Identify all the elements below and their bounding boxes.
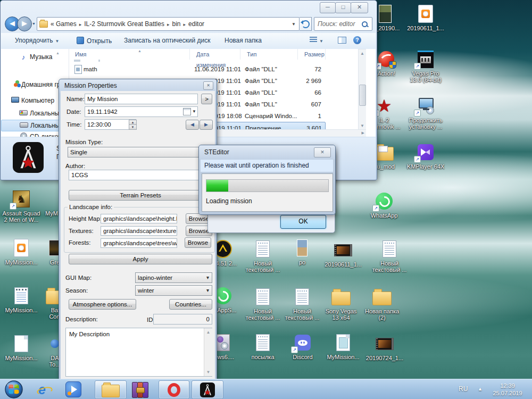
forests-field[interactable]: graphics\landscape\trees\w	[101, 238, 177, 248]
textfile-icon	[243, 239, 283, 259]
breadcrumb[interactable]: « Games▸IL-2 Sturmovik Great Battles▸bin…	[51, 20, 204, 28]
breadcrumb-segment[interactable]: editor	[188, 20, 204, 28]
sort-arrow-icon: ▲	[138, 49, 142, 53]
column-header[interactable]: Имя	[69, 49, 190, 60]
desktop-icon[interactable]: Новыйтекстовый ...	[243, 287, 283, 321]
burn-button[interactable]: Записать на оптический диск	[124, 37, 211, 44]
scroll-up-icon[interactable]: ▲	[204, 330, 212, 335]
breadcrumb-separator-icon[interactable]: ▸	[77, 22, 85, 27]
clock[interactable]: 12:39 25.07.2019	[487, 382, 528, 397]
breadcrumb-separator-icon[interactable]: ▸	[164, 22, 172, 27]
breadcrumb-segment[interactable]: IL-2 Sturmovik Great Battles	[84, 20, 164, 28]
desktop-icon[interactable]: посылка	[243, 333, 283, 360]
gui-map-combo[interactable]: lapino-winter	[135, 272, 212, 283]
description-textarea[interactable]: My Description	[65, 328, 212, 377]
desktop-icon[interactable]: WhatsApp	[364, 192, 404, 219]
desktop-icon[interactable]: Новыйтекстовый ...	[282, 287, 322, 321]
desktop-icon[interactable]: 20190724_1...	[364, 334, 405, 361]
search-icon[interactable]	[362, 21, 368, 27]
desktop-icon[interactable]: MyMission...	[323, 333, 363, 360]
desktop-icon[interactable]: po	[282, 238, 322, 265]
height-map-field[interactable]: graphics\landscape\height.h	[101, 214, 177, 223]
refresh-button[interactable]	[300, 17, 312, 31]
internet-explorer-icon[interactable]: e	[33, 381, 51, 397]
breadcrumb-segment[interactable]: bin	[172, 20, 181, 28]
desktop-icon[interactable]: Новая папка(2)	[362, 287, 402, 321]
desktop-icon[interactable]: Новыйтекстовый ...	[369, 239, 410, 273]
date-dropdown-icon[interactable]: ▼	[192, 109, 196, 114]
season-combo[interactable]: winter	[135, 285, 212, 296]
date-field[interactable]: 19.11.1942	[85, 106, 198, 117]
scroll-down-icon[interactable]: ▼	[359, 123, 366, 128]
preview-pane-button[interactable]	[338, 37, 346, 45]
textarea-scrollbar[interactable]: ▲ ▼	[204, 328, 212, 376]
terrain-presets-button[interactable]: Terrain Presets	[69, 190, 212, 201]
name-expand-button[interactable]: >	[201, 94, 212, 104]
time-next-button[interactable]: ▶	[200, 120, 213, 130]
column-header[interactable]: Размер	[298, 49, 326, 60]
desktop-icon[interactable]: Discord	[282, 333, 323, 360]
address-bar[interactable]: « Games▸IL-2 Sturmovik Great Battles▸bin…	[37, 17, 300, 31]
views-button[interactable]: ▼	[310, 37, 323, 44]
desktop-icon[interactable]: 20190611_1...	[405, 4, 446, 31]
textures-field[interactable]: graphics\landscape\texture	[101, 226, 177, 236]
breadcrumb-segment[interactable]: Games	[56, 20, 77, 28]
column-header[interactable]: Тип	[240, 49, 298, 60]
calendar-icon[interactable]	[183, 108, 191, 115]
scroll-up-icon[interactable]: ▲	[359, 51, 366, 56]
id-field[interactable]: 0	[153, 314, 212, 325]
minimize-button[interactable]: ─	[320, 2, 336, 13]
scroll-down-icon[interactable]: ▼	[204, 370, 212, 375]
breadcrumb-separator-icon[interactable]: ▸	[181, 22, 189, 27]
desktop-icon[interactable]: Vegas Pro13.0 (64-bit)	[405, 49, 446, 83]
countries-button[interactable]: Countries...	[169, 299, 212, 310]
sidebar-item-music-note[interactable]: Музыка	[1, 52, 69, 62]
desktop-icon[interactable]: Sony Vegas13 x64	[321, 287, 361, 321]
winrar-icon[interactable]	[130, 381, 150, 397]
opera-taskbar-button[interactable]	[159, 380, 189, 399]
desktop-icon[interactable]: Новыйтекстовый ...	[243, 239, 283, 273]
progress-panel: Loading mission	[202, 173, 333, 212]
show-hidden-icons-button[interactable]: ▲	[478, 386, 483, 392]
media-player-icon[interactable]	[64, 381, 83, 397]
language-indicator[interactable]: RU	[459, 385, 468, 393]
author-field[interactable]: 1CGS	[69, 170, 212, 180]
apply-button[interactable]: Apply	[69, 254, 212, 264]
close-button[interactable]: ✕	[351, 2, 368, 13]
history-dropdown-icon[interactable]: ▼	[32, 22, 36, 26]
search-box[interactable]: Поиск: editor	[314, 17, 372, 31]
address-dropdown-icon[interactable]: ▼	[292, 22, 296, 27]
name-field[interactable]: My Mission	[85, 94, 198, 104]
start-button[interactable]	[3, 379, 24, 399]
forests-browse-button[interactable]: Browse	[185, 237, 211, 248]
file-name: math	[84, 63, 97, 75]
close-icon[interactable]: ✕	[203, 81, 213, 90]
mission-type-combo[interactable]: Single	[68, 147, 212, 157]
atmosphere-options-button[interactable]: Atmosphere options...	[69, 299, 136, 310]
textfile-icon	[243, 333, 283, 352]
organize-menu[interactable]: Упорядочить▼	[15, 37, 59, 44]
explorer-taskbar-button[interactable]	[95, 380, 127, 399]
maximize-button[interactable]: □	[335, 2, 351, 13]
scrollbar-thumb[interactable]	[359, 85, 366, 106]
desktop-icon[interactable]: KMPlayer 64X	[405, 143, 446, 170]
ok-button[interactable]: OK	[280, 215, 326, 229]
folder-icon	[39, 21, 48, 28]
column-header[interactable]: Дата изменения	[190, 49, 240, 60]
close-icon[interactable]: ✕	[314, 147, 331, 157]
open-button[interactable]: Открыть	[77, 37, 112, 45]
il2-editor-taskbar-button[interactable]	[192, 380, 223, 399]
scroll-right-icon[interactable]: ▶	[362, 131, 364, 135]
file-size: 1	[272, 110, 321, 122]
desktop-icon[interactable]: 20190611_1...	[323, 240, 363, 268]
vertical-scrollbar[interactable]: ▲ ▼	[358, 49, 366, 130]
time-prev-button[interactable]: ◀	[186, 120, 199, 130]
forward-button[interactable]: ▶	[17, 16, 32, 31]
table-row[interactable]: math11.06.2019 11:01Файл "DLL"72	[69, 63, 326, 75]
desktop-icon[interactable]: Продолжитьустановку ...	[405, 96, 446, 130]
chevron-down-icon: ▼	[55, 39, 59, 44]
new-folder-button[interactable]: Новая папка	[225, 37, 262, 44]
time-spin-down-icon[interactable]: ▼	[129, 124, 137, 130]
help-button[interactable]	[353, 36, 361, 44]
views-icon	[310, 37, 317, 43]
